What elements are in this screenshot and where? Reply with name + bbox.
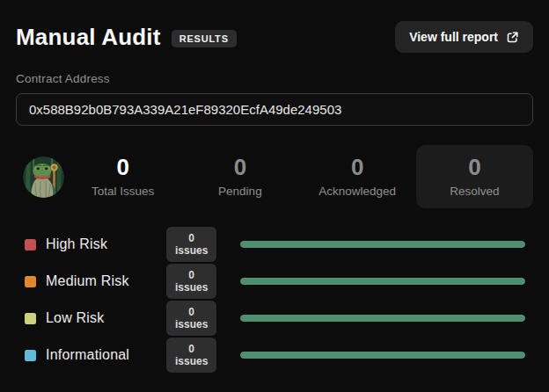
stat-total-issues[interactable]: 0 Total Issues bbox=[64, 145, 181, 208]
stat-label: Pending bbox=[218, 185, 262, 198]
stat-label: Resolved bbox=[450, 185, 499, 198]
risk-row-low: Low Risk 0 issues bbox=[16, 307, 533, 330]
stat-label: Acknowledged bbox=[318, 185, 396, 198]
issues-count-badge: 0 issues bbox=[166, 338, 216, 373]
risk-row-high: High Risk 0 issues bbox=[16, 233, 533, 256]
risk-progress-fill bbox=[240, 352, 525, 359]
risk-color-swatch bbox=[25, 350, 36, 361]
issues-count-badge: 0 issues bbox=[166, 227, 216, 262]
wizard-pepe-avatar bbox=[23, 156, 64, 198]
risk-progress-bar bbox=[240, 278, 525, 285]
risk-progress-bar bbox=[240, 241, 525, 248]
risk-progress-fill bbox=[240, 278, 525, 285]
contract-address-label: Contract Address bbox=[16, 72, 533, 85]
stat-value: 0 bbox=[468, 156, 480, 178]
stat-resolved[interactable]: 0 Resolved bbox=[416, 145, 533, 208]
issues-count-badge: 0 issues bbox=[166, 264, 216, 299]
risk-color-swatch bbox=[25, 276, 36, 287]
stat-value: 0 bbox=[351, 156, 363, 178]
risk-row-informational: Informational 0 issues bbox=[16, 344, 533, 367]
issues-count-badge: 0 issues bbox=[166, 301, 216, 336]
results-badge: RESULTS bbox=[172, 30, 237, 47]
stat-acknowledged[interactable]: 0 Acknowledged bbox=[299, 145, 416, 208]
risk-color-swatch bbox=[25, 313, 36, 324]
header: Manual Audit RESULTS View full report bbox=[16, 21, 533, 53]
risk-row-medium: Medium Risk 0 issues bbox=[16, 270, 533, 293]
risk-progress-fill bbox=[240, 315, 525, 322]
stat-value: 0 bbox=[116, 156, 128, 178]
contract-address-input[interactable] bbox=[16, 93, 533, 126]
risk-color-swatch bbox=[25, 239, 36, 250]
page-title: Manual Audit bbox=[16, 24, 161, 51]
risk-progress-bar bbox=[240, 352, 525, 359]
risk-label: Medium Risk bbox=[46, 273, 166, 289]
risk-breakdown-list: High Risk 0 issues Medium Risk 0 issues … bbox=[16, 233, 533, 367]
risk-progress-fill bbox=[240, 241, 525, 248]
stat-label: Total Issues bbox=[92, 185, 154, 198]
external-link-icon bbox=[506, 31, 519, 44]
view-full-report-button[interactable]: View full report bbox=[395, 21, 533, 53]
risk-label: High Risk bbox=[46, 236, 166, 252]
stat-pending[interactable]: 0 Pending bbox=[181, 145, 298, 208]
risk-progress-bar bbox=[240, 315, 525, 322]
stats-row: 0 Total Issues 0 Pending 0 Acknowledged … bbox=[16, 145, 533, 208]
manual-audit-panel: Manual Audit RESULTS View full report Co… bbox=[0, 0, 549, 392]
view-full-report-label: View full report bbox=[409, 30, 498, 44]
risk-label: Low Risk bbox=[46, 310, 166, 326]
risk-label: Informational bbox=[46, 347, 166, 363]
stat-value: 0 bbox=[234, 156, 246, 178]
